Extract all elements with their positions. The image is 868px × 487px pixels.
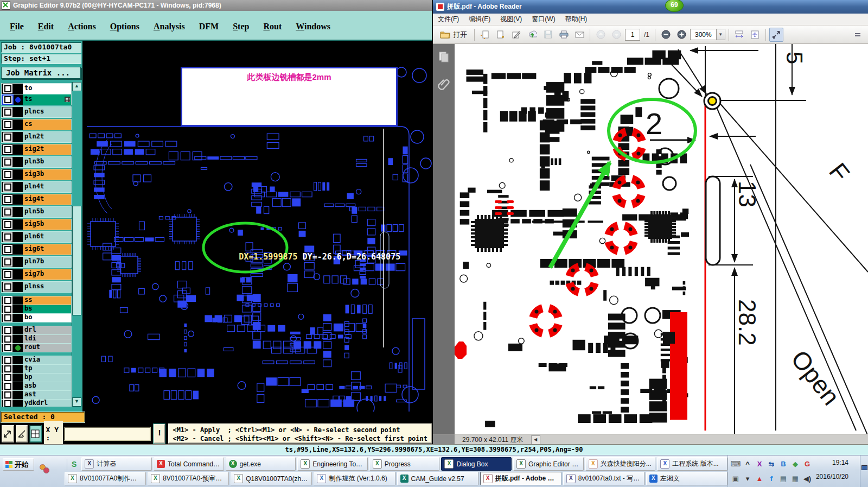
menu-item[interactable]: Edit: [38, 22, 54, 31]
taskbar-button[interactable]: X 左湘文: [646, 472, 727, 485]
save-copy-icon[interactable]: [478, 28, 492, 42]
layer-visibility-checkbox[interactable]: [2, 365, 14, 373]
layer-visibility-checkbox[interactable]: [2, 314, 14, 322]
layer-visibility-checkbox[interactable]: [2, 257, 14, 267]
layer-row[interactable]: plnss: [1, 281, 72, 293]
scrollbar-thumb[interactable]: [72, 206, 81, 315]
taskbar-button[interactable]: X CAM_Guide v2.57: [397, 472, 478, 485]
layer-row[interactable]: bo: [1, 314, 72, 322]
tray-icon[interactable]: ⌨: [730, 460, 741, 468]
layer-row[interactable]: pln2t: [1, 131, 72, 143]
layer-active-dot[interactable]: [14, 207, 23, 217]
layer-visibility-checkbox[interactable]: [2, 132, 14, 142]
taskbar-button[interactable]: X Graphic Editor 9.0...: [513, 457, 584, 471]
previous-page-icon[interactable]: [593, 28, 608, 42]
layer-active-dot[interactable]: [14, 182, 23, 192]
tray-icon[interactable]: ◆: [790, 460, 801, 468]
layer-row[interactable]: drl: [1, 326, 72, 335]
layer-visibility-checkbox[interactable]: [2, 335, 14, 343]
tray-icon[interactable]: ▦: [790, 475, 801, 483]
adobe-menu-item[interactable]: 文件(F): [433, 15, 464, 24]
layer-row[interactable]: ss: [1, 296, 72, 305]
menu-item[interactable]: DFM: [199, 22, 219, 31]
layer-row[interactable]: pln3b: [1, 156, 72, 168]
layer-active-dot[interactable]: [14, 374, 23, 382]
layer-visibility-checkbox[interactable]: [2, 400, 14, 407]
taskbar-button[interactable]: X 工程系统 版本...: [657, 457, 727, 471]
scroll-left-icon[interactable]: ◀: [531, 435, 540, 445]
layer-row[interactable]: sig2t: [1, 144, 72, 155]
layer-visibility-checkbox[interactable]: [2, 382, 14, 390]
fullscreen-mode-icon[interactable]: [769, 28, 783, 42]
next-page-icon[interactable]: [609, 28, 623, 42]
layer-active-dot[interactable]: [14, 94, 23, 105]
taskbar-button[interactable]: X Q18V01007TA0(zhangl...: [231, 472, 312, 485]
layer-active-dot[interactable]: [14, 391, 23, 399]
layer-active-dot[interactable]: [14, 157, 23, 167]
layer-active-dot[interactable]: [14, 257, 23, 267]
show-desktop-button[interactable]: [860, 456, 868, 487]
layer-visibility-checkbox[interactable]: [2, 169, 14, 180]
layer-row[interactable]: cs: [1, 119, 72, 130]
layer-visibility-checkbox[interactable]: [2, 232, 14, 242]
taskbar-button[interactable]: X 8V01007TA0制作单.xl...: [65, 472, 146, 485]
layer-row[interactable]: bs: [1, 305, 72, 314]
adobe-menu-item[interactable]: 视图(V): [495, 15, 527, 24]
layer-row[interactable]: tp: [1, 365, 72, 374]
layer-active-dot[interactable]: [14, 335, 23, 343]
layer-row[interactable]: pln7b: [1, 256, 72, 268]
tray-icon[interactable]: ▾: [742, 475, 753, 483]
start-button[interactable]: 开始: [3, 458, 34, 471]
layer-visibility-checkbox[interactable]: [2, 305, 14, 313]
layer-visibility-checkbox[interactable]: [2, 157, 14, 167]
tray-icon[interactable]: B: [778, 460, 789, 468]
taskbar-button[interactable]: X 兴森快捷衡阳分...: [585, 457, 656, 471]
menu-item[interactable]: Step: [233, 22, 249, 31]
taskbar-button[interactable]: X 8v01007ta0.txt - 写字板: [563, 472, 644, 485]
tray-icon[interactable]: X: [754, 460, 765, 468]
zoom-dropdown-icon[interactable]: ▼: [716, 29, 725, 40]
layer-active-dot[interactable]: [14, 356, 23, 364]
layer-row[interactable]: cvia: [1, 356, 72, 365]
layer-visibility-checkbox[interactable]: [2, 107, 14, 117]
taskbar-button[interactable]: X 8V01007TA0-预审指...: [148, 472, 229, 485]
layer-visibility-checkbox[interactable]: [2, 194, 14, 205]
layer-row[interactable]: rout: [1, 344, 72, 352]
layer-visibility-checkbox[interactable]: [2, 119, 14, 130]
layer-active-dot[interactable]: [14, 344, 23, 352]
layer-visibility-checkbox[interactable]: [2, 344, 14, 352]
layer-row[interactable]: ast: [1, 391, 72, 400]
layer-row[interactable]: ydkdrl: [1, 400, 72, 407]
layer-visibility-checkbox[interactable]: [2, 84, 14, 94]
taskbar-button[interactable]: X get.exe: [226, 457, 296, 471]
layer-row[interactable]: sig3b: [1, 169, 72, 180]
layer-row[interactable]: pln6t: [1, 231, 72, 243]
grid-toggle-button[interactable]: [29, 425, 42, 442]
adobe-menu-item[interactable]: 编辑(E): [464, 15, 495, 24]
graphic-editor-titlebar[interactable]: Graphic Editor 9.07b2 (00@HY-HYCAM-PC171…: [0, 0, 432, 11]
layer-row[interactable]: sig7b: [1, 269, 72, 280]
scroll-up-icon[interactable]: ▲: [72, 82, 81, 91]
menu-item[interactable]: Options: [110, 22, 139, 31]
email-icon[interactable]: [572, 28, 586, 42]
layer-row[interactable]: sig6t: [1, 244, 72, 255]
layer-active-dot[interactable]: [14, 119, 23, 130]
tray-icon[interactable]: f: [766, 475, 777, 483]
menu-item[interactable]: Analysis: [154, 22, 185, 31]
menu-item[interactable]: Rout: [263, 22, 282, 31]
layer-visibility-checkbox[interactable]: [2, 296, 14, 305]
tray-icon[interactable]: ▲: [754, 475, 765, 483]
taskbar-button[interactable]: X Progress: [369, 457, 440, 471]
layer-active-dot[interactable]: [14, 400, 23, 407]
layer-visibility-checkbox[interactable]: [2, 244, 14, 255]
taskbar-button[interactable]: X 计算器: [81, 457, 152, 471]
layer-active-dot[interactable]: [14, 382, 23, 390]
adobe-menu-item[interactable]: 窗口(W): [527, 15, 560, 24]
pdf-page[interactable]: 5 13 28.2 2 Open F: [455, 44, 868, 434]
taskbar-button[interactable]: X Total Commander ...: [154, 457, 224, 471]
layer-row[interactable]: pln4t: [1, 181, 72, 193]
layer-active-dot[interactable]: [14, 296, 23, 305]
adobe-titlebar[interactable]: 拼版.pdf - Adobe Reader: [433, 0, 868, 14]
layer-active-dot[interactable]: [14, 365, 23, 373]
tray-icon[interactable]: ▤: [778, 475, 789, 483]
